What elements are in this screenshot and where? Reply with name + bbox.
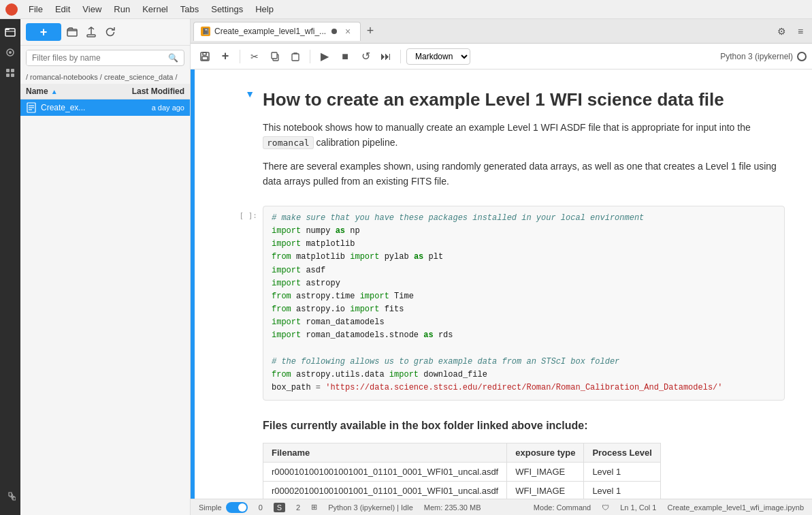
copy-cell-button[interactable] <box>266 48 284 65</box>
menu-file[interactable]: File <box>23 3 48 16</box>
toolbar-separator-3 <box>400 50 401 63</box>
toggle-switch[interactable] <box>226 502 248 513</box>
kernel-status-text: Python 3 (ipykernel) | Idle <box>328 503 413 512</box>
table-row: r0000101001001001001_01101_0001_WFI01_un… <box>263 462 661 481</box>
settings-gear-icon[interactable]: ⚙ <box>773 22 790 40</box>
file-search-input[interactable] <box>27 50 163 65</box>
sidebar-property-icon[interactable] <box>3 65 18 80</box>
code-cell-body: # make sure that you have these packages… <box>263 206 785 401</box>
code-text: # make sure that you have these packages… <box>263 206 784 401</box>
save-button[interactable] <box>196 48 214 65</box>
tab-unsaved-dot <box>331 29 337 34</box>
sidebar-extensions-icon[interactable] <box>3 45 18 60</box>
command-mode-text: Mode: Command <box>534 503 591 512</box>
restart-kernel-button[interactable]: ↺ <box>357 48 374 65</box>
table-cell-process-1: Level 1 <box>584 462 660 481</box>
upload-button[interactable] <box>83 24 99 40</box>
table-cell-filename-1: r0000101001001001001_01101_0001_WFI01_un… <box>263 462 507 481</box>
cursor-position-text: Ln 1, Col 1 <box>620 503 656 512</box>
status-bar: Simple 0 S 2 ⊞ Python 3 (ipykernel) | Id… <box>191 499 812 515</box>
menubar: File Edit View Run Kernel Tabs Settings … <box>0 0 812 19</box>
column-name-header[interactable]: Name ▲ <box>26 87 116 96</box>
markdown-cell-table: Files currently available in the box fol… <box>222 411 785 499</box>
toolbar-separator-2 <box>310 50 310 63</box>
svg-rect-17 <box>202 57 208 60</box>
menu-kernel[interactable]: Kernel <box>137 3 174 16</box>
table-heading: Files currently available in the box fol… <box>263 417 785 435</box>
cell-sidebar: ▼ <box>222 83 263 203</box>
svg-point-4 <box>9 51 12 54</box>
svg-rect-6 <box>11 69 14 72</box>
column-modified-header[interactable]: Last Modified <box>116 87 184 96</box>
tab-add-button[interactable]: + <box>362 23 378 40</box>
cell-type-select[interactable]: Markdown <box>406 48 470 65</box>
sidebar-file-manager-icon[interactable] <box>3 25 18 40</box>
file-list-header: Name ▲ Last Modified <box>20 84 190 99</box>
menu-tabs[interactable]: Tabs <box>175 3 204 16</box>
app-logo <box>5 3 18 16</box>
status-cpu-icon: ⊞ <box>311 503 317 512</box>
table-cell-exposure-1: WFI_IMAGE <box>507 462 584 481</box>
add-cell-button[interactable]: + <box>216 48 234 65</box>
code-cell-imports[interactable]: [ ]: # make sure that you have these pac… <box>222 206 785 401</box>
table-cell-filename-2: r0000201001001001001_01101_0001_WFI01_un… <box>263 481 507 499</box>
file-item[interactable]: Create_ex... a day ago <box>20 99 190 116</box>
file-modified: a day ago <box>130 104 184 112</box>
tab-close-button[interactable]: × <box>342 26 353 37</box>
code-cell-prompt: [ ]: <box>222 206 263 401</box>
refresh-button[interactable] <box>102 24 118 40</box>
menu-run[interactable]: Run <box>108 3 135 16</box>
sort-arrow-icon: ▲ <box>51 88 58 95</box>
tab-notebook-icon: 📓 <box>201 27 210 36</box>
tab-label: Create_example_level1_wfi_... <box>214 27 326 36</box>
notebook-tab[interactable]: 📓 Create_example_level1_wfi_... × <box>193 22 361 41</box>
toolbar-separator-1 <box>240 50 240 63</box>
notebook-para2: There are several examples shown, using … <box>263 159 785 189</box>
collapse-arrow-icon[interactable]: ▼ <box>245 89 255 99</box>
toolbar-toggle-icon[interactable]: ≡ <box>792 22 809 40</box>
code-comment-1: # make sure that you have these packages… <box>272 213 644 223</box>
table-row: r0000201001001001001_01101_0001_WFI01_un… <box>263 481 661 499</box>
notebook-heading: How to create an example Level 1 WFI sci… <box>263 89 785 112</box>
new-launcher-button[interactable]: + <box>26 23 61 41</box>
svg-rect-16 <box>203 52 206 55</box>
status-zero: 0 <box>259 503 263 512</box>
svg-rect-10 <box>87 35 95 37</box>
simple-mode-toggle[interactable]: Simple <box>199 502 248 513</box>
status-s-label: S <box>274 503 285 512</box>
stop-kernel-button[interactable]: ■ <box>336 48 354 65</box>
cell-content-heading: How to create an example Level 1 WFI sci… <box>263 83 785 203</box>
notebook-para1: This notebook shows how to manually crea… <box>263 120 785 151</box>
file-name: Create_ex... <box>41 103 130 112</box>
table-header-exposure: exposure type <box>507 443 584 462</box>
table-header-process: Process Level <box>584 443 660 462</box>
menu-help[interactable]: Help <box>250 3 279 16</box>
open-folder-button[interactable] <box>64 24 80 40</box>
notebook-filename: Create_example_level1_wfi_image.ipynb <box>667 503 804 512</box>
menu-settings[interactable]: Settings <box>206 3 248 16</box>
svg-rect-8 <box>11 74 14 77</box>
breadcrumb: / romancal-notebooks / create_science_da… <box>20 70 190 84</box>
sidebar-puzzle-icon[interactable] <box>3 489 18 504</box>
cell-execution-count: [ ]: <box>240 211 258 220</box>
status-two: 2 <box>296 503 300 512</box>
table-cell-process-2: Level 1 <box>584 481 660 499</box>
paste-cell-button[interactable] <box>287 48 304 65</box>
memory-text: Mem: 235.30 MB <box>424 503 481 512</box>
cell-content-table: Files currently available in the box fol… <box>263 411 785 499</box>
search-icon: 🔍 <box>163 50 184 65</box>
run-cell-button[interactable]: ▶ <box>316 48 334 65</box>
kernel-name-label: Python 3 (ipykernel) <box>720 52 793 61</box>
code-cell-content[interactable]: # make sure that you have these packages… <box>263 206 785 401</box>
content-area: 📓 Create_example_level1_wfi_... × + ⚙ ≡ … <box>191 19 812 515</box>
restart-run-button[interactable]: ⏭ <box>377 48 395 65</box>
files-table: Filename exposure type Process Level r00… <box>263 443 661 499</box>
svg-rect-20 <box>292 54 299 61</box>
svg-rect-5 <box>6 69 10 72</box>
file-list: Create_ex... a day ago <box>20 99 190 515</box>
menu-edit[interactable]: Edit <box>50 3 76 16</box>
menu-view[interactable]: View <box>77 3 107 16</box>
svg-rect-7 <box>6 74 10 77</box>
cut-cell-button[interactable]: ✂ <box>246 48 263 65</box>
kernel-indicator: Python 3 (ipykernel) <box>720 52 807 61</box>
